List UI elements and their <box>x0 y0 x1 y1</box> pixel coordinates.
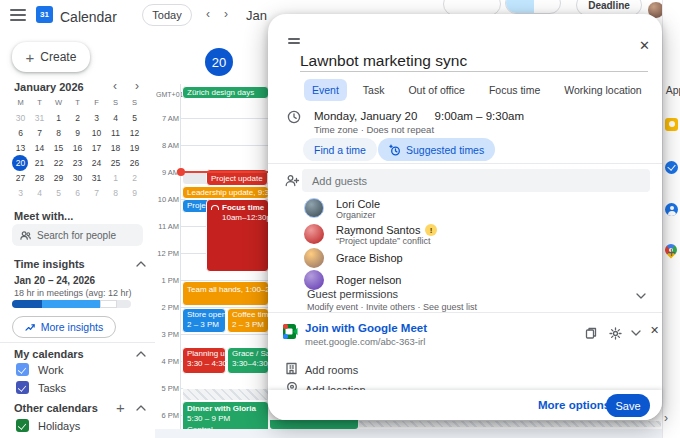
mini-cal-day[interactable]: 9 <box>68 126 87 141</box>
event-coffee-times[interactable]: Coffee times 2 – 3 PM <box>227 308 269 333</box>
mini-cal-day[interactable]: 27 <box>11 171 30 186</box>
event-leadership-update[interactable]: Leadership update, 9:30–10am <box>182 186 269 199</box>
mini-cal-day[interactable]: 1 <box>49 111 68 126</box>
mini-cal-day[interactable]: 13 <box>11 141 30 156</box>
view-toggle-active-segment[interactable] <box>506 0 534 14</box>
more-insights-button[interactable]: More insights <box>12 316 116 338</box>
mini-cal-day[interactable]: 14 <box>30 141 49 156</box>
drag-handle-icon[interactable] <box>288 36 300 46</box>
dinner-event-continuation[interactable] <box>270 420 358 429</box>
calendar-item-tasks[interactable]: Tasks <box>16 381 66 394</box>
mini-cal-day[interactable]: 5 <box>125 111 144 126</box>
mini-cal-day[interactable]: 5 <box>49 186 68 201</box>
event-title-input[interactable]: Lawnbot marketing sync <box>300 52 467 70</box>
mini-cal-day[interactable]: 11 <box>106 126 125 141</box>
event-store-opening[interactable]: Store opening 2 – 3 PM <box>182 308 226 333</box>
event-planning-update[interactable]: Planning update 3:30 – 4:30 PM <box>182 347 226 374</box>
event-focus-time[interactable]: Focus time 10am–12:30pm <box>206 199 269 272</box>
create-button[interactable]: + Create <box>12 42 90 72</box>
tasks-checkbox[interactable] <box>16 381 29 394</box>
mini-cal-day[interactable]: 2 <box>68 111 87 126</box>
mini-cal-day[interactable]: 8 <box>49 126 68 141</box>
mini-cal-day[interactable]: 29 <box>49 171 68 186</box>
mini-cal-day[interactable]: 7 <box>30 126 49 141</box>
guest-row-lori[interactable]: Lori Cole Organizer <box>304 198 644 220</box>
view-toggle-partial[interactable] <box>505 0 561 14</box>
recurrence-label[interactable]: Time zone · Does not repeat <box>314 124 434 135</box>
mini-cal-day[interactable]: 17 <box>87 141 106 156</box>
mini-cal-day[interactable]: 30 <box>68 171 87 186</box>
mini-cal-day[interactable]: 8 <box>106 186 125 201</box>
tab-working-location[interactable]: Working location <box>556 79 649 101</box>
event-datetime[interactable]: Monday, January 20 9:00am – 9:30am <box>314 110 524 122</box>
keep-icon[interactable] <box>665 118 678 131</box>
tab-task[interactable]: Task <box>355 79 393 101</box>
mini-cal-day[interactable]: 30 <box>11 111 30 126</box>
mini-cal-day[interactable]: 18 <box>106 141 125 156</box>
mini-cal-day[interactable]: 7 <box>87 186 106 201</box>
guest-permissions[interactable]: Guest permissions Modify event · Invite … <box>307 288 637 312</box>
mini-cal-day[interactable]: 31 <box>30 111 49 126</box>
mini-cal-day[interactable]: 4 <box>30 186 49 201</box>
contacts-icon[interactable] <box>665 203 678 216</box>
more-options-button[interactable]: More options <box>538 399 610 411</box>
mini-cal-day[interactable]: 6 <box>68 186 87 201</box>
mini-cal-day[interactable]: 10 <box>87 126 106 141</box>
event-zurich-design-days[interactable]: Zürich design days <box>182 86 269 99</box>
add-guests-input[interactable]: Add guests <box>302 169 650 192</box>
mini-cal-day[interactable]: 4 <box>106 111 125 126</box>
other-calendars-chevron-icon[interactable] <box>136 405 146 411</box>
close-icon[interactable]: ✕ <box>639 38 650 53</box>
work-checkbox[interactable] <box>16 363 29 376</box>
event-grace-sam[interactable]: Grace / Sam 3:30–4:30pm <box>227 347 269 374</box>
search-for-people-input[interactable]: Search for people <box>12 224 143 246</box>
copy-icon[interactable] <box>585 327 597 339</box>
mini-cal-next-icon[interactable]: › <box>135 79 139 93</box>
meet-options-chevron-icon[interactable] <box>631 330 641 336</box>
mini-cal-day[interactable]: 22 <box>49 156 68 171</box>
mini-cal-day[interactable]: 24 <box>87 156 106 171</box>
mini-cal-day[interactable]: 23 <box>68 156 87 171</box>
my-calendars-chevron-icon[interactable] <box>136 351 146 357</box>
get-addons-button[interactable]: + <box>667 243 676 260</box>
guest-row-roger[interactable]: Roger nelson <box>304 270 644 290</box>
mini-cal-prev-icon[interactable]: ‹ <box>113 79 117 93</box>
mini-cal-day[interactable]: 28 <box>30 171 49 186</box>
mini-cal-day[interactable]: 3 <box>87 111 106 126</box>
menu-icon[interactable] <box>10 6 26 24</box>
mini-cal-day[interactable]: 1 <box>106 171 125 186</box>
collapse-chevron-icon[interactable] <box>136 261 146 267</box>
tab-out-of-office[interactable]: Out of office <box>400 79 472 101</box>
guest-row-raymond[interactable]: Raymond Santos ! “Project update” confli… <box>304 224 644 246</box>
mini-cal-day-selected[interactable]: 20 <box>11 156 30 171</box>
find-a-time-button[interactable]: Find a time <box>303 138 377 161</box>
remove-meet-icon[interactable]: ✕ <box>650 324 659 337</box>
mini-cal-day[interactable]: 9 <box>125 186 144 201</box>
today-button[interactable]: Today <box>142 4 192 26</box>
holidays-checkbox[interactable] <box>16 419 29 432</box>
tab-event[interactable]: Event <box>304 79 347 101</box>
mini-cal-day[interactable]: 16 <box>68 141 87 156</box>
tab-appointment-schedule[interactable]: Appointment schedule <box>658 79 680 101</box>
mini-cal-day[interactable]: 15 <box>49 141 68 156</box>
tab-focus-time[interactable]: Focus time <box>481 79 548 101</box>
suggested-times-button[interactable]: Suggested times <box>378 138 495 161</box>
add-other-calendar-button[interactable]: + <box>116 399 125 416</box>
mini-cal-day[interactable]: 31 <box>87 171 106 186</box>
save-button[interactable]: Save <box>606 394 650 417</box>
settings-gear-icon[interactable] <box>609 327 622 340</box>
mini-cal-day[interactable]: 6 <box>11 126 30 141</box>
mini-cal-day[interactable]: 12 <box>125 126 144 141</box>
guest-row-grace[interactable]: Grace Bishop <box>304 248 644 268</box>
mini-cal-day[interactable]: 26 <box>125 156 144 171</box>
permissions-chevron-icon[interactable] <box>636 293 646 299</box>
mini-cal-day[interactable]: 21 <box>30 156 49 171</box>
tasks-icon[interactable] <box>665 161 678 174</box>
prev-chevron-icon[interactable]: ‹ <box>206 7 210 21</box>
mini-cal-day[interactable]: 2 <box>125 171 144 186</box>
next-chevron-icon[interactable]: › <box>224 7 228 21</box>
add-rooms-button[interactable]: Add rooms <box>305 364 358 376</box>
event-team-all-hands[interactable]: Team all hands, 1:00–2:00pm <box>182 281 269 306</box>
next-day-chevron-icon[interactable]: › <box>664 411 668 425</box>
mini-cal-day[interactable]: 3 <box>11 186 30 201</box>
